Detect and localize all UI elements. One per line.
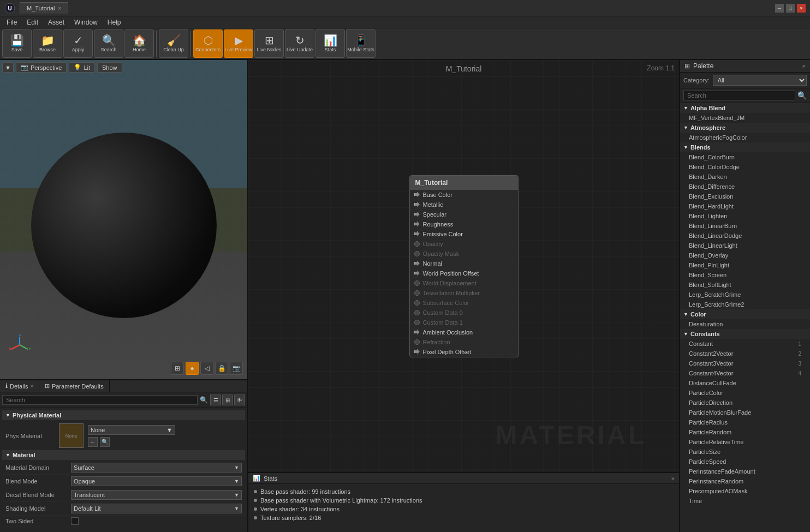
palette-item-desaturation[interactable]: Desaturation <box>680 319 810 329</box>
palette-item-time[interactable]: Time <box>680 496 810 506</box>
palette-item-constant4vector[interactable]: Constant4Vector4 <box>680 368 810 378</box>
palette-item-blend-softlight[interactable]: Blend_SoftLight <box>680 280 810 290</box>
palette-group-header-blends[interactable]: ▼Blends <box>680 142 810 152</box>
palette-item-lerp-scratchgrime[interactable]: Lerp_ScratchGrime <box>680 290 810 300</box>
palette-item-constant[interactable]: Constant1 <box>680 339 810 349</box>
stats-close-btn[interactable]: × <box>671 475 675 482</box>
viewport[interactable]: ▼ 📷 Perspective 💡 Lit Show <box>0 60 247 379</box>
palette-item-perinstancefadeamount[interactable]: PerInstanceFadeAmount <box>680 467 810 476</box>
palette-item-blend-linearlight[interactable]: Blend_LinearLight <box>680 241 810 250</box>
blend-mode-select[interactable]: Opaque ▼ <box>71 476 242 486</box>
phys-icon-row: ← 🔍 <box>88 437 175 447</box>
vp-btn-grid[interactable]: ⊞ <box>171 362 184 375</box>
tab-parameter-defaults[interactable]: ⊞ Parameter Defaults <box>39 380 110 392</box>
tab-details[interactable]: ℹ Details × <box>0 380 39 392</box>
shading-model-select[interactable]: Default Lit ▼ <box>71 504 242 513</box>
vp-btn-sphere[interactable]: ● <box>186 362 199 375</box>
list-view-btn[interactable]: ☰ <box>210 394 221 405</box>
palette-item-particledirection[interactable]: ParticleDirection <box>680 398 810 408</box>
toolbar-btn-browse[interactable]: 📁Browse <box>33 29 62 58</box>
close-button[interactable]: × <box>797 4 806 13</box>
decal-blend-mode-select[interactable]: Translucent ▼ <box>71 490 242 500</box>
palette-item-blend-hardlight[interactable]: Blend_HardLight <box>680 201 810 211</box>
palette-item-constant3vector[interactable]: Constant3Vector3 <box>680 358 810 368</box>
material-section-header[interactable]: ▼ Material <box>2 450 245 460</box>
palette-item-blend-overlay[interactable]: Blend_Overlay <box>680 250 810 260</box>
toolbar-btn-home[interactable]: 🏠Home <box>124 29 154 58</box>
two-sided-checkbox[interactable] <box>71 517 79 525</box>
palette-item-label: Blend_PinLight <box>689 262 729 268</box>
save-icon: 💾 <box>10 35 24 46</box>
toolbar-btn-connectors[interactable]: ⬡Connectors <box>193 29 223 58</box>
lit-btn[interactable]: 💡 Lit <box>69 62 95 73</box>
palette-item-blend-screen[interactable]: Blend_Screen <box>680 270 810 280</box>
viewport-dropdown-btn[interactable]: ▼ <box>2 62 14 73</box>
physical-material-section-header[interactable]: ▼ Physical Material <box>2 410 245 420</box>
palette-item-blend-pinlight[interactable]: Blend_PinLight <box>680 260 810 270</box>
eye-btn[interactable]: 👁 <box>234 394 245 405</box>
palette-close-btn[interactable]: × <box>802 63 806 69</box>
menu-item-help[interactable]: Help <box>103 17 126 27</box>
maximize-button[interactable]: □ <box>786 4 795 13</box>
grid-view-btn[interactable]: ⊞ <box>222 394 233 405</box>
palette-group-header-alpha-blend[interactable]: ▼Alpha Blend <box>680 103 810 113</box>
palette-item-blend-difference[interactable]: Blend_Difference <box>680 182 810 192</box>
palette-item-blend-colordodge[interactable]: Blend_ColorDodge <box>680 162 810 172</box>
palette-group-header-color[interactable]: ▼Color <box>680 309 810 319</box>
palette-item-blend-linearburn[interactable]: Blend_LinearBurn <box>680 221 810 231</box>
palette-item-perinstancerandom[interactable]: PerInstanceRandom <box>680 476 810 486</box>
phys-dropdown-btn[interactable]: None ▼ <box>88 425 175 435</box>
minimize-button[interactable]: ─ <box>775 4 784 13</box>
toolbar-btn-search[interactable]: 🔍Search <box>94 29 123 58</box>
material-node[interactable]: M_Tutorial Base ColorMetallicSpecularRou… <box>409 175 519 357</box>
palette-item-blend-lineardodge[interactable]: Blend_LinearDodge <box>680 231 810 241</box>
material-domain-select[interactable]: Surface ▼ <box>71 463 242 473</box>
category-select[interactable]: All <box>713 75 807 86</box>
perspective-btn[interactable]: 📷 Perspective <box>16 62 67 73</box>
palette-group-header-constants[interactable]: ▼Constants <box>680 329 810 339</box>
show-btn[interactable]: Show <box>97 62 122 73</box>
palette-item-particlespeed[interactable]: ParticleSpeed <box>680 457 810 467</box>
toolbar-btn-livenodes[interactable]: ⊞Live Nodes <box>254 29 284 58</box>
toolbar-btn-stats[interactable]: 📊Stats <box>315 29 345 58</box>
phys-arrow-left-btn[interactable]: ← <box>88 437 98 447</box>
details-search-input[interactable] <box>2 395 198 405</box>
palette-item-particlerandom[interactable]: ParticleRandom <box>680 427 810 437</box>
palette-item-particlerelativetime[interactable]: ParticleRelativeTime <box>680 437 810 447</box>
palette-item-label: ParticleRelativeTime <box>689 439 743 445</box>
menu-item-window[interactable]: Window <box>70 17 102 27</box>
palette-search-input[interactable] <box>683 91 795 100</box>
toolbar-btn-mobilestats[interactable]: 📱Mobile Stats <box>346 29 376 58</box>
toolbar-btn-cleanup[interactable]: 🧹Clean Up <box>159 29 188 58</box>
details-tab-close[interactable]: × <box>31 384 33 389</box>
tab-close-icon[interactable]: × <box>58 5 62 11</box>
toolbar-btn-save[interactable]: 💾Save <box>2 29 32 58</box>
editor-tab[interactable]: M_Tutorial × <box>20 2 68 14</box>
palette-item-particlemotionblurfade[interactable]: ParticleMotionBlurFade <box>680 408 810 417</box>
palette-item-atmosphericfogcolor[interactable]: AtmosphericFogColor <box>680 133 810 142</box>
menu-item-asset[interactable]: Asset <box>44 17 69 27</box>
phys-search-btn[interactable]: 🔍 <box>100 437 110 447</box>
palette-item-blend-darken[interactable]: Blend_Darken <box>680 172 810 182</box>
menu-item-edit[interactable]: Edit <box>22 17 43 27</box>
palette-item-blend-exclusion[interactable]: Blend_Exclusion <box>680 192 810 201</box>
palette-item-mf-vertexblend-jm[interactable]: MF_VertexBlend_JM <box>680 113 810 123</box>
palette-item-lerp-scratchgrime2[interactable]: Lerp_ScratchGrime2 <box>680 300 810 309</box>
palette-item-particlesize[interactable]: ParticleSize <box>680 447 810 457</box>
vp-btn-camera[interactable]: 📷 <box>230 362 243 375</box>
palette-item-precomputedaomask[interactable]: PrecomputedAOMask <box>680 486 810 496</box>
palette-item-blend-lighten[interactable]: Blend_Lighten <box>680 211 810 221</box>
toolbar-btn-liveupdate[interactable]: ↻Live Update <box>285 29 314 58</box>
palette-item-particleradius[interactable]: ParticleRadius <box>680 417 810 427</box>
material-editor[interactable]: M_Tutorial Zoom 1:1 MATERIAL M_Tutorial … <box>248 60 679 472</box>
palette-item-particlecolor[interactable]: ParticleColor <box>680 388 810 398</box>
palette-item-constant2vector[interactable]: Constant2Vector2 <box>680 349 810 358</box>
menu-item-file[interactable]: File <box>2 17 21 27</box>
toolbar-btn-apply[interactable]: ✓Apply <box>63 29 93 58</box>
palette-item-distancecullfade[interactable]: DistanceCullFade <box>680 378 810 388</box>
toolbar-btn-livepreview[interactable]: ▶Live Preview <box>224 29 253 58</box>
palette-group-header-atmosphere[interactable]: ▼Atmosphere <box>680 123 810 133</box>
vp-btn-arrow[interactable]: ◁ <box>200 362 213 375</box>
palette-item-blend-colorburn[interactable]: Blend_ColorBurn <box>680 152 810 162</box>
vp-btn-lock[interactable]: 🔒 <box>215 362 228 375</box>
